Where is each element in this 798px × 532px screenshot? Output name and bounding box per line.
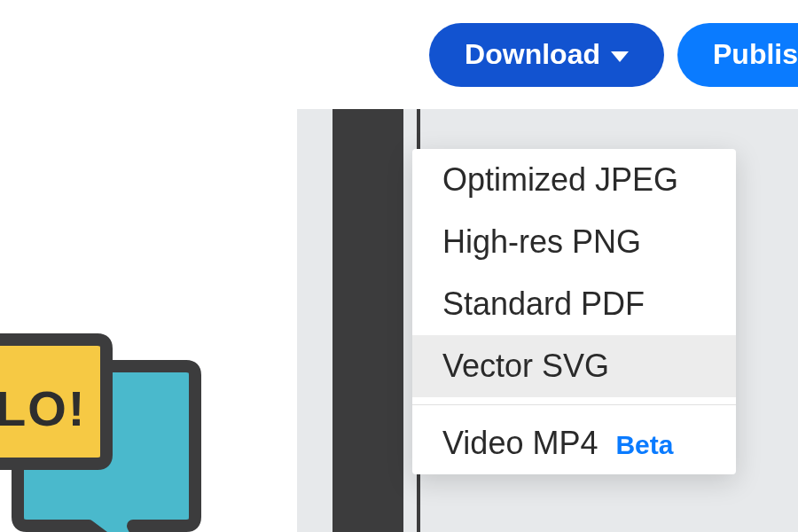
download-dropdown: Optimized JPEG High-res PNG Standard PDF… [412,149,736,474]
dropdown-item-mp4[interactable]: Video MP4 Beta [412,412,736,474]
publish-label: Publis [713,38,798,71]
dropdown-label: Optimized JPEG [442,161,678,199]
dropdown-divider [412,404,736,405]
canvas-text: LO! [0,379,86,437]
dropdown-label: Standard PDF [442,286,645,323]
dark-panel [332,109,403,532]
dropdown-label: High-res PNG [442,223,641,261]
dropdown-item-svg[interactable]: Vector SVG [412,335,736,397]
topbar: Download Publis [0,0,798,109]
dropdown-item-png[interactable]: High-res PNG [412,211,736,273]
dropdown-label: Vector SVG [442,348,609,385]
beta-badge: Beta [615,430,673,460]
dropdown-label: Video MP4 [442,425,598,462]
publish-button[interactable]: Publis [677,23,798,87]
caret-down-icon [611,51,629,62]
dropdown-item-pdf[interactable]: Standard PDF [412,273,736,335]
download-label: Download [465,38,600,71]
dropdown-item-jpeg[interactable]: Optimized JPEG [412,149,736,211]
download-button[interactable]: Download [429,23,664,87]
